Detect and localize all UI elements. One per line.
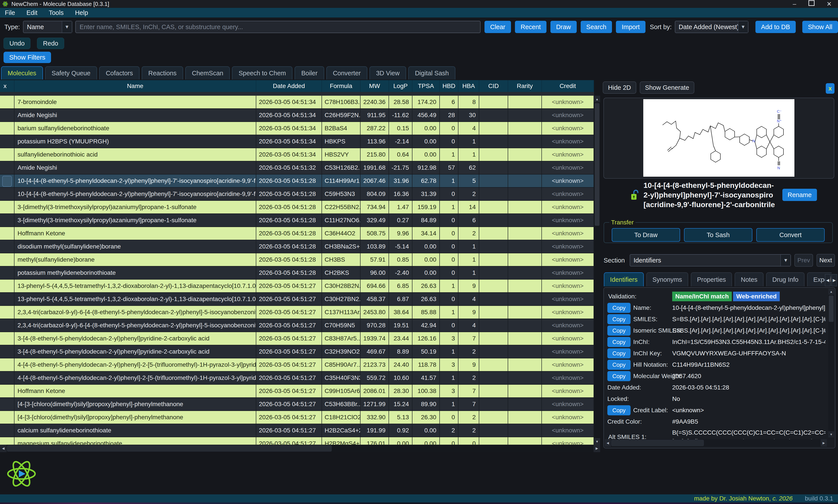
table-row[interactable]: 10-[4-[4-(8-ethenyl-5-phenyldodecan-2-yl… (0, 187, 594, 201)
prev-button[interactable]: Prev (795, 254, 813, 267)
to-draw-button[interactable]: To Draw (612, 228, 680, 242)
table-row[interactable]: 4-[4-(8-ethenyl-5-phenyldodecan-2-yl)phe… (0, 372, 594, 385)
header-mw[interactable]: MW (360, 80, 389, 92)
detail-tab[interactable]: Properties (691, 272, 732, 286)
identifiers-horizontal-scrollbar[interactable]: ◀ ▶ (605, 439, 827, 447)
row-select-cell[interactable] (0, 109, 15, 122)
row-select-cell[interactable] (0, 267, 15, 279)
table-vertical-scrollbar[interactable]: ▲ ▼ (594, 96, 600, 445)
row-select-cell[interactable] (0, 424, 15, 437)
table-row[interactable]: barium sulfanylideneborinothioate 2026-0… (0, 122, 594, 135)
header-tpsa[interactable]: TPSA (412, 80, 440, 92)
recent-button[interactable]: Recent (515, 21, 547, 33)
header-name[interactable]: Name (15, 80, 256, 92)
copy-button[interactable]: Copy (607, 326, 630, 336)
copy-button[interactable]: Copy (607, 303, 630, 313)
row-select-cell[interactable] (0, 280, 15, 292)
header-hba[interactable]: HBA (459, 80, 479, 92)
row-select-cell[interactable] (0, 214, 15, 227)
scrollbar-thumb[interactable] (595, 103, 600, 226)
menu-help[interactable]: Help (75, 9, 88, 16)
table-row[interactable]: 2,3,4-tri(carbazol-9-yl)-6-[4-(8-ethenyl… (0, 319, 594, 332)
scrollbar-thumb[interactable] (611, 440, 704, 446)
copy-button[interactable]: Copy (607, 337, 630, 347)
scroll-up-icon[interactable]: ▲ (594, 96, 600, 102)
detail-tab[interactable]: Synonyms (646, 272, 688, 286)
table-horizontal-scrollbar[interactable]: ◀ ▶ (0, 445, 600, 452)
header-rarity[interactable]: Rarity (508, 80, 542, 92)
table-row[interactable]: 13-phenyl-5-(4,4,5,5-tetramethyl-1,3,2-d… (0, 280, 594, 293)
close-panel-button[interactable]: x (826, 83, 835, 94)
row-select-cell[interactable] (0, 135, 15, 148)
rename-button[interactable]: Rename (782, 189, 817, 201)
table-row[interactable]: 3-[4-(8-ethenyl-5-phenyldodecan-2-yl)phe… (0, 332, 594, 345)
row-select-cell[interactable] (0, 148, 15, 161)
row-select-cell[interactable] (0, 253, 15, 266)
main-tab[interactable]: Reactions (142, 66, 183, 79)
main-tab[interactable]: Speech to Chem (232, 66, 292, 79)
table-row[interactable]: magnesium sulfanylideneborinothioate 202… (0, 437, 594, 445)
table-row[interactable]: methyl(sulfanylidene)borane 2026-03-05 0… (0, 253, 594, 267)
row-select-cell[interactable] (0, 358, 15, 371)
tab-scroll-right-icon[interactable]: ▶ (832, 274, 837, 286)
row-select-cell[interactable] (0, 332, 15, 345)
tab-scroll-left-icon[interactable]: ◀ (825, 274, 831, 286)
main-tab[interactable]: Cofactors (99, 66, 140, 79)
table-row[interactable]: sulfanylideneborinothioic acid 2026-03-0… (0, 148, 594, 161)
table-row[interactable]: calcium sulfanylideneborinothioate 2026-… (0, 424, 594, 437)
show-all-button[interactable]: Show All (802, 21, 838, 33)
scroll-left-icon[interactable]: ◀ (0, 445, 6, 452)
row-select-cell[interactable] (0, 175, 15, 187)
row-select-cell[interactable] (0, 411, 15, 424)
main-tab[interactable]: Boiler (295, 66, 324, 79)
menu-edit[interactable]: Edit (26, 9, 37, 16)
scroll-right-icon[interactable]: ▶ (593, 445, 600, 452)
menu-tools[interactable]: Tools (49, 9, 64, 16)
table-row[interactable]: 13-phenyl-5-(4,4,5,5-tetramethyl-1,3,2-d… (0, 293, 594, 306)
scroll-right-icon[interactable]: ▶ (821, 439, 827, 447)
header-logp[interactable]: LogP (389, 80, 412, 92)
row-select-cell[interactable] (0, 345, 15, 358)
header-credit[interactable]: Credit (542, 80, 594, 92)
maximize-icon[interactable] (808, 0, 815, 8)
hide-2d-button[interactable]: Hide 2D (603, 82, 636, 94)
main-tab[interactable]: Converter (326, 66, 367, 79)
draw-button[interactable]: Draw (550, 21, 577, 33)
header-hbd[interactable]: HBD (440, 80, 459, 92)
clear-button[interactable]: Clear (484, 21, 511, 33)
table-row[interactable]: 3-[dimethyl(3-trimethoxysilylpropyl)azan… (0, 214, 594, 227)
row-select-cell[interactable] (0, 319, 15, 332)
row-select-cell[interactable] (0, 240, 15, 253)
scrollbar-thumb[interactable] (829, 295, 834, 322)
type-select[interactable]: Name ▼ (23, 21, 72, 33)
main-tab[interactable]: Digital Sash (408, 66, 456, 79)
scrollbar-thumb[interactable] (7, 445, 332, 451)
table-row[interactable]: 4-[4-(8-ethenyl-5-phenyldodecan-2-yl)phe… (0, 358, 594, 372)
row-select-cell[interactable] (0, 227, 15, 240)
copy-button[interactable]: Copy (607, 405, 630, 415)
redo-button[interactable]: Redo (37, 38, 64, 49)
header-x[interactable]: x (0, 80, 15, 92)
table-row[interactable]: 3-[dimethyl(3-trimethoxysilylpropyl)azan… (0, 201, 594, 214)
detail-tab[interactable]: Notes (735, 272, 764, 286)
main-tab[interactable]: Molecules (1, 66, 43, 79)
main-tab[interactable]: 3D View (370, 66, 406, 79)
table-row[interactable]: potassium methylideneborinothioate 2026-… (0, 267, 594, 280)
table-row[interactable]: Hoffmann Ketone 2026-03-05 04:51:28 C36H… (0, 227, 594, 240)
add-to-db-button[interactable]: Add to DB (755, 21, 796, 33)
row-select-cell[interactable] (0, 293, 15, 305)
search-input[interactable] (75, 21, 481, 33)
identifiers-vertical-scrollbar[interactable]: ▲ ▼ (828, 289, 834, 437)
table-row[interactable]: Hoffmann Ketone 2026-03-05 04:51:27 C99H… (0, 385, 594, 398)
table-row[interactable]: Amide Negishi 2026-03-05 04:51:34 C26H59… (0, 109, 594, 122)
sort-select[interactable]: Date Added (Newest) ▼ (675, 21, 748, 33)
main-tab[interactable]: Safety Queue (45, 66, 97, 79)
convert-button[interactable]: Convert (756, 228, 825, 242)
table-row[interactable]: [4-[3-[chloro(dimethyl)silyl]propoxy]phe… (0, 398, 594, 411)
scroll-up-icon[interactable]: ▲ (828, 289, 834, 295)
scroll-down-icon[interactable]: ▼ (594, 438, 600, 445)
minimize-icon[interactable]: – (793, 0, 796, 8)
row-select-cell[interactable] (0, 187, 15, 200)
header-formula[interactable]: Formula (322, 80, 360, 92)
undo-button[interactable]: Undo (3, 38, 31, 49)
